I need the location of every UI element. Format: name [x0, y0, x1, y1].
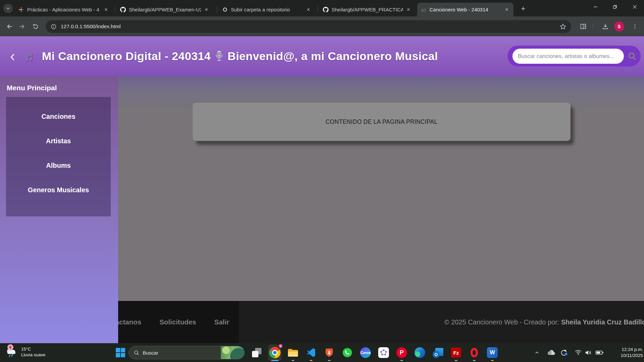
opera-button[interactable] — [465, 343, 483, 362]
opera-icon — [470, 348, 478, 357]
whatsapp-button[interactable] — [338, 343, 356, 362]
tab-close-icon[interactable]: × — [503, 6, 510, 13]
github-icon — [120, 7, 126, 13]
tab-divider — [115, 6, 115, 13]
cloud-icon — [547, 349, 556, 356]
bookmark-star-icon[interactable] — [559, 23, 566, 30]
address-bar[interactable]: 127.0.0.1:5500/index.html — [46, 20, 571, 33]
downloads-button[interactable] — [601, 22, 610, 31]
browser-tab-strip: Prácticas - Aplicaciones Web - 4 × Sheil… — [0, 0, 644, 16]
filezilla-button[interactable]: Fz — [447, 343, 465, 362]
search-icon — [134, 350, 139, 356]
tab-title: Cancionero Web - 240314 — [430, 7, 501, 12]
reading-list-button[interactable] — [579, 22, 588, 31]
start-button[interactable] — [116, 348, 125, 357]
taskbar-apps: S Canva — [248, 343, 501, 362]
sync-status-button[interactable] — [560, 349, 568, 357]
reload-icon — [32, 23, 39, 30]
sidebar-item-albums[interactable]: Albums — [6, 161, 111, 169]
window-minimize-button[interactable] — [588, 0, 603, 13]
footer-link-solicitudes[interactable]: Solicitudes — [159, 318, 196, 326]
word-icon: W — [487, 347, 498, 358]
footer-link-salir[interactable]: Salir — [214, 318, 229, 326]
brave-button[interactable] — [320, 343, 338, 362]
pinterest-icon: P — [396, 347, 407, 358]
tab-title: Sheilargb/APPWEB_PRACTICA0 — [332, 7, 403, 12]
onedrive-button[interactable] — [547, 349, 556, 356]
chrome-button[interactable]: S — [266, 343, 284, 362]
back-button[interactable] — [5, 22, 14, 31]
header-back-chevron[interactable]: ‹ — [10, 48, 15, 64]
content-text: CONTENIDO DE LA PAGINA PRINCIPAL — [326, 118, 438, 125]
edge-button[interactable] — [411, 343, 429, 362]
geogebra-icon — [378, 347, 389, 358]
sidebar: Menu Principal Canciones Artistas Albums… — [0, 76, 118, 343]
music-notes-icon: ♪♫ — [420, 7, 427, 13]
battery-icon — [595, 349, 604, 356]
active-app-indicator — [271, 360, 279, 361]
taskbar-clock[interactable]: 12:24 p.m. 10/11/2025 — [609, 347, 643, 359]
weather-widget[interactable]: 6 15°C Lluvia suave — [5, 346, 45, 359]
battery-button[interactable] — [595, 349, 604, 356]
browser-tab-cancionero-active[interactable]: ♪♫ Cancionero Web - 240314 × — [417, 3, 513, 16]
browser-tab-chatgpt[interactable]: Subir carpeta a repositorio × — [218, 3, 315, 16]
sidebar-heading: Menu Principal — [7, 84, 118, 92]
weather-rain-icon: 6 — [5, 346, 18, 359]
chevron-up-icon — [534, 350, 540, 355]
clock-date: 10/11/2025 — [609, 353, 643, 359]
outlook-button[interactable]: O — [429, 343, 447, 362]
clock-time: 12:24 p.m. — [609, 347, 643, 353]
edge-icon — [414, 347, 425, 358]
geogebra-button[interactable] — [375, 343, 393, 362]
canva-icon: Canva — [360, 347, 371, 358]
search-input[interactable] — [512, 49, 624, 64]
tab-title: Subir carpeta a repositorio — [231, 7, 303, 12]
speaker-icon — [585, 349, 592, 356]
tab-close-icon[interactable]: × — [203, 6, 210, 13]
browser-tab-github-practica[interactable]: Sheilargb/APPWEB_PRACTICA0 × — [319, 3, 415, 16]
tab-divider — [317, 6, 318, 13]
brave-icon — [324, 347, 334, 358]
sync-icon — [560, 349, 568, 357]
window-restore-button[interactable] — [607, 0, 623, 13]
task-view-button[interactable] — [248, 343, 266, 362]
taskbar-search[interactable]: Buscar — [129, 346, 245, 359]
tab-close-icon[interactable]: × — [103, 6, 109, 13]
tray-expand-button[interactable] — [534, 350, 540, 355]
close-icon — [633, 5, 637, 9]
footer-copyright: © 2025 Cancionero Web - Creado por: Shei… — [444, 301, 644, 343]
window-close-button[interactable] — [627, 0, 642, 13]
wifi-icon — [575, 349, 582, 355]
browser-tab-practicas[interactable]: Prácticas - Aplicaciones Web - 4 × — [15, 3, 113, 16]
github-icon — [323, 7, 329, 13]
tab-close-icon[interactable]: × — [305, 6, 312, 13]
reload-button[interactable] — [31, 22, 40, 31]
volume-button[interactable] — [585, 349, 592, 356]
vscode-button[interactable] — [302, 343, 320, 362]
forward-button[interactable] — [17, 22, 27, 31]
profile-avatar[interactable]: S — [614, 21, 624, 32]
new-tab-button[interactable]: + — [518, 4, 528, 13]
url-text[interactable]: 127.0.0.1:5500/index.html — [61, 23, 559, 30]
word-button[interactable]: W — [483, 343, 501, 362]
chrome-icon — [269, 347, 281, 358]
file-explorer-button[interactable] — [284, 343, 302, 362]
browser-menu-button[interactable] — [630, 22, 640, 31]
search-icon[interactable] — [628, 52, 637, 61]
sidebar-item-generos[interactable]: Generos Musicales — [6, 186, 111, 194]
pinterest-button[interactable]: P — [393, 343, 411, 362]
tab-close-icon[interactable]: × — [405, 6, 412, 13]
weather-condition: Lluvia suave — [21, 352, 45, 358]
wifi-button[interactable] — [575, 349, 582, 355]
browser-toolbar: 127.0.0.1:5500/index.html S — [0, 16, 644, 36]
site-info-icon[interactable] — [50, 23, 57, 30]
tab-search-button[interactable] — [3, 4, 13, 13]
browser-tab-github-examen[interactable]: Sheilargb/APPWEB_Examen-U2 × — [116, 3, 213, 16]
sidebar-item-canciones[interactable]: Canciones — [6, 112, 111, 120]
kebab-menu-icon — [632, 23, 638, 30]
canva-button[interactable]: Canva — [356, 343, 375, 362]
file-explorer-icon — [287, 348, 299, 358]
sidebar-item-artistas[interactable]: Artistas — [6, 137, 111, 145]
tab-divider — [217, 6, 217, 13]
restore-icon — [613, 5, 617, 9]
